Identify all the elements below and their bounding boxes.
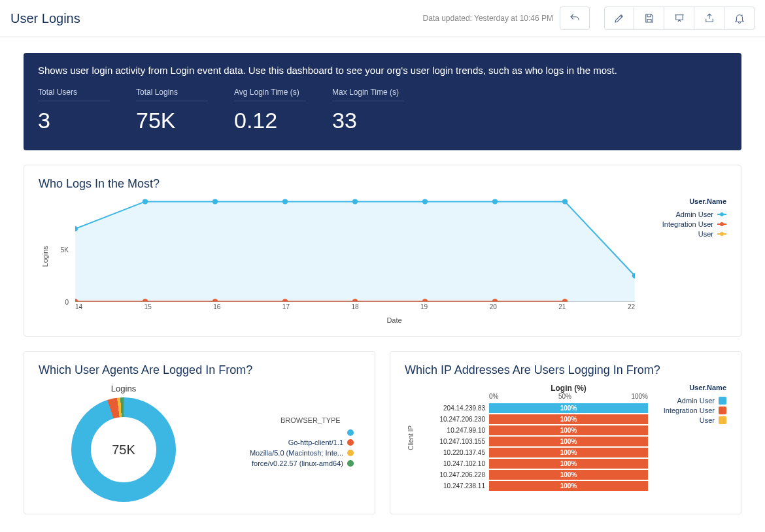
legend-title: BROWSER_TYPE (280, 416, 360, 424)
legend-item[interactable]: Integration User (641, 220, 726, 228)
scale-tick: 50% (558, 393, 571, 400)
save-button[interactable] (634, 7, 664, 30)
ip-bar-row[interactable]: 10.247.238.11100% (417, 480, 648, 491)
y-tick: 0 (65, 299, 69, 306)
ip-bar-row[interactable]: 10.247.99.10100% (417, 425, 648, 436)
ip-bar: 100% (489, 448, 648, 457)
x-tick: 21 (558, 303, 566, 315)
panel-ip-addresses: Which IP Addresses Are Users Logging In … (390, 351, 741, 514)
save-icon (643, 12, 655, 24)
data-updated-text: Data updated: Yesterday at 10:46 PM (423, 14, 553, 23)
x-tick: 15 (144, 303, 152, 315)
ip-bar-chart[interactable]: 204.14.239.83100%10.247.206.230100%10.24… (417, 403, 648, 491)
legend-item[interactable] (209, 429, 360, 436)
stat-total-users: Total Users 3 (38, 88, 110, 133)
svg-marker-0 (75, 201, 635, 302)
y-axis-label: Logins (39, 246, 52, 267)
svg-point-8 (562, 199, 568, 204)
panel-who-logs-in: Who Logs In the Most? Logins 05K 1415161… (24, 165, 741, 337)
legend-title: User.Name (654, 384, 726, 391)
ip-label: 10.220.137.45 (417, 449, 485, 456)
svg-point-5 (352, 199, 358, 204)
summary-banner: Shows user login activity from Login eve… (24, 53, 741, 150)
toolbar (604, 7, 755, 30)
banner-description: Shows user login activity from Login eve… (38, 65, 727, 76)
legend-item[interactable]: Mozilla/5.0 (Macintosh; Inte... (209, 449, 360, 457)
ip-bar: 100% (489, 470, 648, 480)
panel-title: Which IP Addresses Are Users Logging In … (405, 363, 726, 377)
edit-button[interactable] (604, 7, 634, 30)
ip-bar-row[interactable]: 204.14.239.83100% (417, 403, 648, 414)
stat-label: Max Login Time (s) (332, 88, 404, 97)
header-right: Data updated: Yesterday at 10:46 PM (423, 7, 755, 30)
x-axis-label: Date (62, 316, 726, 324)
svg-point-6 (422, 199, 428, 204)
dashboard-body: Shows user login activity from Login eve… (0, 37, 765, 530)
stat-label: Total Logins (136, 88, 208, 97)
ip-legend: User.Name Admin UserIntegration UserUser (648, 384, 726, 491)
ip-bar: 100% (489, 425, 648, 435)
stat-total-logins: Total Logins 75K (136, 88, 208, 133)
svg-point-2 (143, 199, 148, 204)
panel-title: Who Logs In the Most? (39, 177, 726, 191)
stat-max-login-time: Max Login Time (s) 33 (332, 88, 404, 133)
stat-label: Total Users (38, 88, 110, 97)
ip-bar-row[interactable]: 10.247.206.230100% (417, 414, 648, 425)
legend-item[interactable]: User (654, 416, 726, 424)
stat-value: 75K (136, 108, 208, 133)
ip-bar: 100% (489, 414, 648, 424)
undo-icon (569, 12, 581, 24)
ip-bar: 100% (489, 403, 648, 413)
ip-label: 204.14.239.83 (417, 405, 485, 412)
ip-bar: 100% (489, 459, 648, 469)
notifications-button[interactable] (724, 7, 755, 30)
stat-avg-login-time: Avg Login Time (s) 0.12 (234, 88, 306, 133)
undo-button[interactable] (560, 7, 590, 30)
line-chart[interactable]: Logins 05K 141516171819202122 User.Name … (39, 197, 726, 315)
svg-point-4 (282, 199, 288, 204)
scale-tick: 0% (489, 393, 498, 400)
ip-bar-row[interactable]: 10.220.137.45100% (417, 447, 648, 458)
x-tick: 17 (282, 303, 290, 315)
panel-user-agents: Which User Agents Are Logged In From? Lo… (24, 351, 375, 514)
x-tick: 18 (351, 303, 358, 315)
svg-point-7 (492, 199, 498, 204)
ip-bar: 100% (489, 481, 648, 491)
stat-value: 0.12 (234, 108, 306, 133)
legend-item[interactable]: Admin User (654, 397, 726, 405)
ip-label: 10.247.206.228 (417, 471, 485, 478)
stat-label: Avg Login Time (s) (234, 88, 306, 97)
donut-center-label: 75K (71, 397, 176, 502)
ip-label: 10.247.99.10 (417, 427, 485, 434)
legend-item[interactable]: User (641, 230, 726, 238)
stat-value: 3 (38, 108, 110, 133)
ip-label: 10.247.103.155 (417, 438, 485, 445)
ip-chart-header: Login (%) (489, 384, 648, 393)
x-tick: 14 (75, 303, 82, 315)
legend-item[interactable]: Admin User (641, 210, 726, 218)
donut-chart-title: Logins (39, 384, 209, 393)
legend-item[interactable]: force/v0.22.57 (linux-amd64) (209, 459, 360, 467)
stats-row: Total Users 3 Total Logins 75K Avg Login… (38, 88, 727, 133)
bell-icon (734, 12, 745, 24)
ip-label: 10.247.238.11 (417, 482, 485, 490)
donut-chart[interactable]: 75K (71, 397, 176, 502)
present-button[interactable] (664, 7, 694, 30)
scale-tick: 100% (631, 393, 648, 400)
pencil-icon (613, 12, 625, 24)
y-tick: 5K (61, 246, 69, 254)
ip-bar-row[interactable]: 10.247.206.228100% (417, 469, 648, 480)
share-icon (704, 12, 715, 24)
ip-bar-row[interactable]: 10.247.103.155100% (417, 436, 648, 447)
share-button[interactable] (694, 7, 724, 30)
ip-label: 10.247.102.10 (417, 460, 485, 467)
legend-title: User.Name (641, 197, 726, 205)
x-tick: 22 (628, 303, 635, 315)
y-axis-label: Client IP (405, 425, 417, 450)
ip-bar-row[interactable]: 10.247.102.10100% (417, 458, 648, 469)
x-tick: 19 (420, 303, 428, 315)
legend-item[interactable]: Go-http-client/1.1 (209, 439, 360, 446)
legend-item[interactable]: Integration User (654, 407, 726, 414)
ip-label: 10.247.206.230 (417, 416, 485, 423)
svg-point-3 (212, 199, 218, 204)
